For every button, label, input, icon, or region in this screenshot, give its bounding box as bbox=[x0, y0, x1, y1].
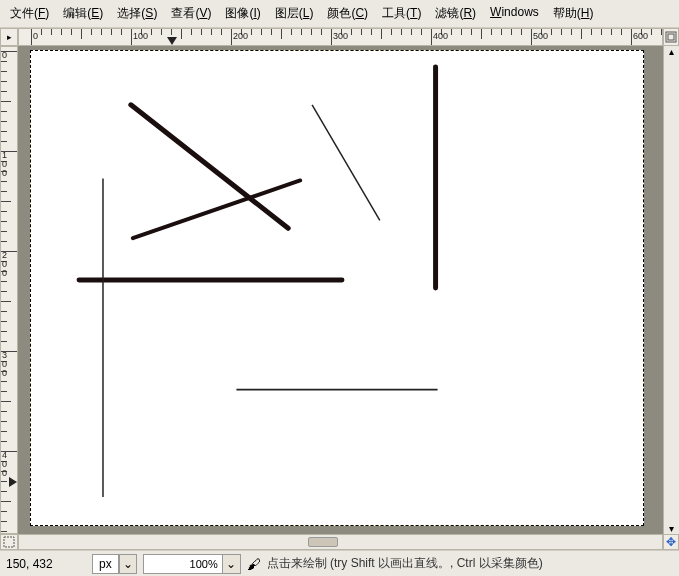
horizontal-scrollbar[interactable] bbox=[18, 534, 663, 550]
svg-line-3 bbox=[133, 180, 300, 238]
menu-filters[interactable]: 滤镜(R) bbox=[429, 3, 482, 24]
menubar: 文件(F) 编辑(E) 选择(S) 查看(V) 图像(I) 图层(L) 颜色(C… bbox=[0, 0, 679, 28]
ruler-vertical[interactable]: 0100200300400 bbox=[0, 46, 18, 534]
svg-rect-1 bbox=[668, 34, 674, 40]
paintbrush-icon: 🖌 bbox=[247, 556, 261, 572]
navigation-button[interactable]: ✥ bbox=[663, 534, 679, 550]
svg-rect-9 bbox=[4, 537, 14, 547]
unit-value: px bbox=[92, 554, 119, 574]
drawing-content bbox=[31, 51, 643, 525]
canvas-viewport[interactable] bbox=[18, 46, 663, 534]
scroll-up-icon: ▴ bbox=[669, 46, 674, 57]
nav-icon: ✥ bbox=[666, 535, 676, 549]
chevron-down-icon: ⌄ bbox=[123, 557, 133, 571]
menu-file[interactable]: 文件(F) bbox=[4, 3, 55, 24]
ruler-origin[interactable]: ▸ bbox=[0, 28, 18, 46]
zoom-dropdown[interactable]: ⌄ bbox=[223, 554, 241, 574]
menu-view[interactable]: 查看(V) bbox=[165, 3, 217, 24]
origin-icon: ▸ bbox=[7, 32, 12, 42]
svg-line-6 bbox=[312, 105, 380, 221]
status-hint: 点击来绘制 (try Shift 以画出直线。, Ctrl 以采集颜色) bbox=[267, 555, 543, 572]
work-area: ▸ 0100200300400500600 0100200300400 bbox=[0, 28, 679, 550]
menu-windows[interactable]: Windows bbox=[484, 3, 545, 24]
zoom-control[interactable]: ⌄ bbox=[143, 554, 241, 574]
zoom-fit-button[interactable] bbox=[663, 28, 679, 46]
ruler-h-marker bbox=[167, 37, 177, 45]
zoom-fit-icon bbox=[665, 31, 677, 43]
menu-colors[interactable]: 颜色(C) bbox=[321, 3, 374, 24]
zoom-input[interactable] bbox=[143, 554, 223, 574]
menu-layer[interactable]: 图层(L) bbox=[269, 3, 320, 24]
menu-image[interactable]: 图像(I) bbox=[219, 3, 266, 24]
quickmask-toggle[interactable] bbox=[0, 534, 18, 550]
menu-select[interactable]: 选择(S) bbox=[111, 3, 163, 24]
chevron-down-icon: ⌄ bbox=[226, 557, 236, 571]
scroll-down-icon: ▾ bbox=[669, 523, 674, 534]
ruler-horizontal[interactable]: 0100200300400500600 bbox=[18, 28, 663, 46]
cursor-coordinates: 150, 432 bbox=[6, 557, 86, 571]
vertical-scrollbar[interactable]: ▴ ▾ bbox=[663, 46, 679, 534]
canvas[interactable] bbox=[30, 50, 644, 526]
unit-dropdown[interactable]: ⌄ bbox=[119, 554, 137, 574]
unit-select[interactable]: px ⌄ bbox=[92, 554, 137, 574]
menu-edit[interactable]: 编辑(E) bbox=[57, 3, 109, 24]
ruler-v-marker bbox=[9, 477, 17, 487]
menu-help[interactable]: 帮助(H) bbox=[547, 3, 600, 24]
menu-tools[interactable]: 工具(T) bbox=[376, 3, 427, 24]
statusbar: 150, 432 px ⌄ ⌄ 🖌 点击来绘制 (try Shift 以画出直线… bbox=[0, 550, 679, 576]
quickmask-icon bbox=[3, 536, 15, 548]
scrollbar-thumb[interactable] bbox=[308, 537, 338, 547]
